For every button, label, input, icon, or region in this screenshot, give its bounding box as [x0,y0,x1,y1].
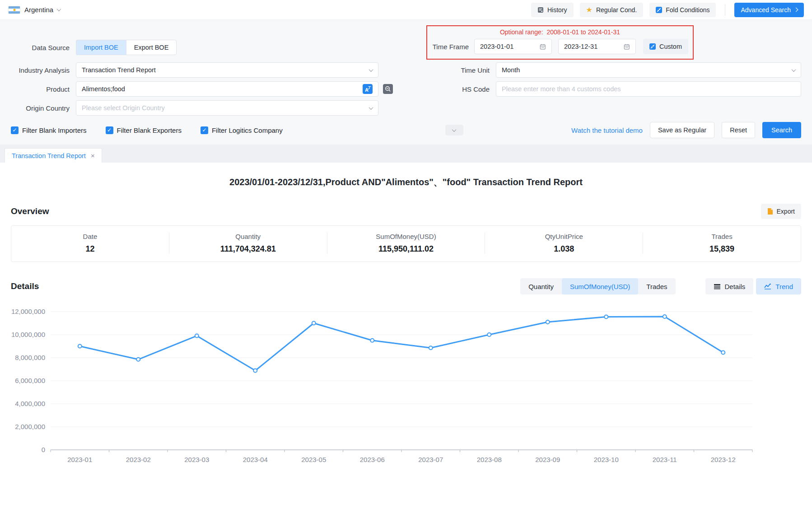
stat-value: 15,839 [643,244,801,254]
calendar-icon [540,43,546,50]
optional-range-text: Optional range: 2008-01-01 to 2024-01-31 [432,28,688,36]
export-button[interactable]: Export [761,204,801,219]
svg-text:2023-06: 2023-06 [360,456,385,463]
date-to-input[interactable] [564,43,624,50]
svg-text:2023-07: 2023-07 [418,456,443,463]
product-label: Product [11,85,70,93]
search-button[interactable]: Search [762,122,801,138]
argentina-flag-icon [8,6,20,14]
trend-chart-icon [764,283,771,290]
export-boe-button[interactable]: Export BOE [126,40,177,55]
stat-value: 12 [11,244,169,254]
view-tab-details[interactable]: Details [705,278,754,294]
filter-logitics-company-checkbox[interactable]: ✓ Filter Logitics Company [201,126,283,134]
report-content: 2023/01/01-2023/12/31,Product AND"Alimen… [0,176,812,471]
chevron-down-icon [792,67,796,72]
metric-tab-quantity[interactable]: Quantity [520,278,562,294]
svg-text:2023-08: 2023-08 [477,456,502,463]
row-checkboxes-actions: ✓ Filter Blank Importers ✓ Filter Blank … [11,122,801,138]
origin-country-input[interactable] [82,104,366,112]
view-tab-trend[interactable]: Trend [756,278,801,294]
history-icon [537,7,544,13]
svg-text:2023-02: 2023-02 [126,456,151,463]
svg-text:A: A [365,87,369,93]
stat-label: Trades [643,233,801,240]
history-button[interactable]: History [531,3,574,17]
view-tab-group: Details Trend [705,278,802,294]
reset-button[interactable]: Reset [722,122,755,138]
time-unit-label: Time Unit [444,66,490,74]
export-file-icon [767,208,773,215]
date-from-input[interactable] [480,43,540,50]
stat-label: Date [11,233,169,240]
metric-tab-trades[interactable]: Trades [638,278,675,294]
svg-text:2023-10: 2023-10 [594,456,619,463]
data-source-label: Data Source [11,44,70,51]
svg-text:10,000,000: 10,000,000 [11,331,45,338]
fold-conditions-button[interactable]: Fold Conditions [649,3,716,17]
stat-value: 115,950,111.02 [327,244,485,254]
stat-value: 1.038 [485,244,643,254]
custom-icon [649,43,656,50]
expand-conditions-button[interactable] [445,125,463,135]
industry-analysis-select[interactable] [76,62,378,78]
chevron-down-icon [369,67,373,72]
close-icon[interactable]: × [91,152,95,159]
search-filter-form: Data Source Import BOE Export BOE Option… [0,20,812,145]
stat-label: SumOfMoney(USD) [327,233,485,240]
filter-blank-importers-label: Filter Blank Importers [22,126,87,134]
exclude-search-button[interactable] [383,84,393,94]
country-selector[interactable]: Argentina [8,6,61,14]
svg-text:2,000,000: 2,000,000 [15,423,45,430]
origin-country-select[interactable] [76,100,378,116]
custom-range-button[interactable]: Custom [643,39,688,54]
product-input[interactable] [82,85,363,93]
tutorial-demo-link[interactable]: Watch the tutorial demo [571,126,643,134]
stat-value: 111,704,324.81 [169,244,327,254]
transaction-trend-report-tab[interactable]: Transaction Trend Report × [5,148,102,163]
hs-code-input[interactable] [502,85,795,93]
data-source-segment: Import BOE Export BOE [76,40,177,55]
row-industry-timeunit: Industry Analysis Time Unit [11,62,801,78]
time-unit-value[interactable] [502,66,789,74]
overview-heading: Overview [11,206,49,216]
advanced-search-label: Advanced Search [741,6,791,14]
calendar-icon [624,43,630,50]
metric-tab-sum-of-money[interactable]: SumOfMoney(USD) [562,278,638,294]
save-as-regular-button[interactable]: Save as Regular [650,122,714,138]
time-frame-highlight-box: Optional range: 2008-01-01 to 2024-01-31… [426,25,694,60]
industry-analysis-value[interactable] [82,66,366,74]
stat-label: QtyUnitPrice [485,233,643,240]
product-field[interactable]: A [76,81,378,97]
stat-quantity: Quantity 111,704,324.81 [169,233,327,254]
search-exclude-icon [383,84,393,94]
details-heading: Details [11,281,39,291]
filter-blank-importers-checkbox[interactable]: ✓ Filter Blank Importers [11,126,87,134]
view-trend-label: Trend [775,283,793,290]
stat-sum-of-money: SumOfMoney(USD) 115,950,111.02 [327,233,485,254]
date-from-field[interactable] [474,39,552,54]
row-origin-country: Origin Country [11,100,801,116]
stat-trades: Trades 15,839 [643,233,801,254]
metric-tab-group: Quantity SumOfMoney(USD) Trades [520,278,675,294]
translate-icon[interactable]: A [363,84,373,94]
svg-text:2023-05: 2023-05 [301,456,326,463]
advanced-search-button[interactable]: Advanced Search [734,3,804,17]
top-header: Argentina History ★ Regular Cond. Fold C… [0,0,812,20]
import-boe-button[interactable]: Import BOE [76,40,126,55]
industry-analysis-label: Industry Analysis [11,66,70,74]
svg-text:2023-09: 2023-09 [535,456,560,463]
details-header: Details Quantity SumOfMoney(USD) Trades … [11,278,801,294]
filter-blank-exporters-label: Filter Blank Exporters [117,126,182,134]
origin-country-label: Origin Country [11,104,70,112]
filter-blank-exporters-checkbox[interactable]: ✓ Filter Blank Exporters [106,126,182,134]
regular-cond-button[interactable]: ★ Regular Cond. [580,3,644,17]
time-unit-select[interactable] [496,62,801,78]
chevron-down-icon [452,127,457,132]
svg-text:4,000,000: 4,000,000 [15,400,45,407]
checkbox-checked-icon: ✓ [201,126,208,134]
hs-code-field[interactable] [496,81,801,97]
date-to-field[interactable] [558,39,636,54]
history-label: History [547,6,567,14]
svg-text:2023-04: 2023-04 [243,456,268,463]
